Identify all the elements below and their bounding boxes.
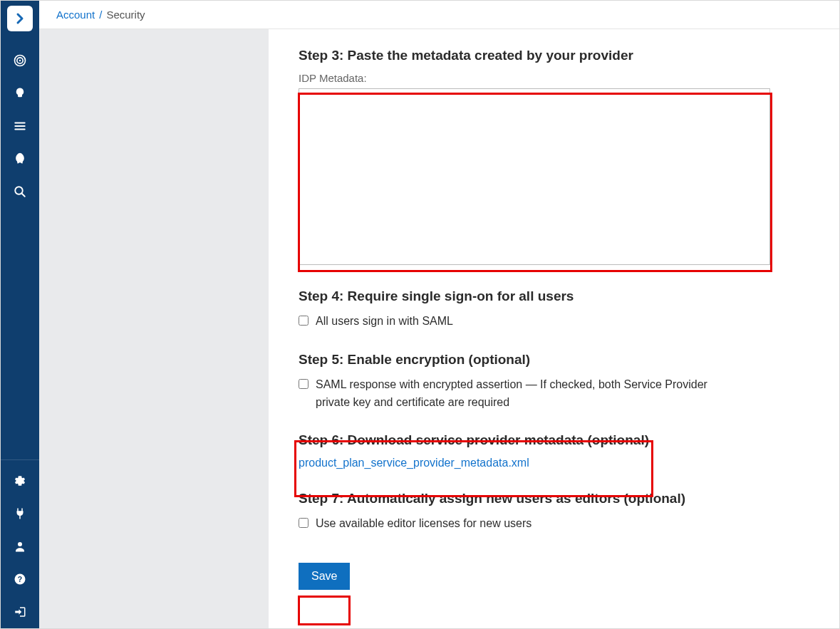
require-saml-label[interactable]: All users sign in with SAML xyxy=(316,313,453,331)
list-icon xyxy=(14,120,26,132)
breadcrumb: Account / Security xyxy=(39,1,839,29)
svg-point-2 xyxy=(19,60,21,62)
breadcrumb-current: Security xyxy=(106,9,145,21)
step-7-section: Step 7: Automatically assign new users a… xyxy=(299,491,809,533)
auto-assign-label[interactable]: Use available editor licenses for new us… xyxy=(316,515,532,533)
encryption-label[interactable]: SAML response with encrypted assertion —… xyxy=(316,376,740,412)
sidebar-item-profile[interactable] xyxy=(1,530,39,563)
step-5-section: Step 5: Enable encryption (optional) SAM… xyxy=(299,352,809,412)
search-icon xyxy=(14,185,26,198)
step-4-section: Step 4: Require single sign-on for all u… xyxy=(299,288,809,331)
svg-point-6 xyxy=(18,542,22,546)
step-3-title: Step 3: Paste the metadata created by yo… xyxy=(299,48,809,63)
svg-line-4 xyxy=(21,193,25,197)
secondary-panel xyxy=(39,29,269,628)
user-icon xyxy=(14,540,26,553)
step-7-title: Step 7: Automatically assign new users a… xyxy=(299,491,809,506)
logout-icon xyxy=(14,605,26,618)
idp-metadata-textarea[interactable] xyxy=(299,88,770,265)
download-metadata-link[interactable]: product_plan_service_provider_metadata.x… xyxy=(299,457,529,469)
sidebar: ? xyxy=(1,1,39,628)
plug-icon xyxy=(14,507,26,520)
sidebar-item-list[interactable] xyxy=(1,110,39,142)
require-saml-checkbox[interactable] xyxy=(299,316,308,326)
breadcrumb-parent[interactable]: Account xyxy=(56,9,95,21)
step-3-section: Step 3: Paste the metadata created by yo… xyxy=(299,48,809,267)
svg-text:?: ? xyxy=(18,575,22,583)
rocket-icon xyxy=(13,152,27,166)
chevron-right-icon xyxy=(14,12,26,25)
app-logo[interactable] xyxy=(7,6,33,31)
idp-metadata-label: IDP Metadata: xyxy=(299,72,809,84)
sidebar-item-integrations[interactable] xyxy=(1,497,39,530)
sidebar-item-settings[interactable] xyxy=(1,464,39,497)
sidebar-item-logout[interactable] xyxy=(1,596,39,628)
sidebar-item-target[interactable] xyxy=(1,44,39,77)
step-4-title: Step 4: Require single sign-on for all u… xyxy=(299,288,809,304)
sidebar-item-rocket[interactable] xyxy=(1,142,39,175)
sidebar-item-help[interactable]: ? xyxy=(1,563,39,596)
gear-icon xyxy=(14,474,26,487)
lightbulb-icon xyxy=(14,87,26,100)
step-6-title: Step 6: Download service provider metada… xyxy=(299,432,809,448)
encryption-checkbox[interactable] xyxy=(299,379,308,389)
sidebar-item-lightbulb[interactable] xyxy=(1,77,39,110)
content-area: Step 3: Paste the metadata created by yo… xyxy=(269,29,839,628)
help-icon: ? xyxy=(14,573,26,586)
step-6-section: Step 6: Download service provider metada… xyxy=(299,432,809,469)
target-icon xyxy=(13,53,27,68)
auto-assign-checkbox[interactable] xyxy=(299,518,308,528)
sidebar-item-search[interactable] xyxy=(1,175,39,208)
step-5-title: Step 5: Enable encryption (optional) xyxy=(299,352,809,368)
breadcrumb-separator: / xyxy=(99,9,102,21)
save-button[interactable]: Save xyxy=(299,563,350,590)
